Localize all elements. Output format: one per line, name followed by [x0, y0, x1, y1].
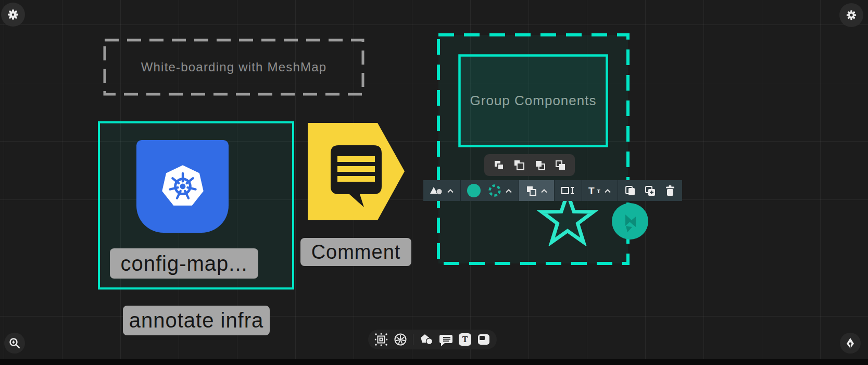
text-tool-button[interactable]: T [459, 333, 471, 346]
toolbar-action-group [618, 180, 682, 201]
dock-divider [413, 334, 413, 345]
bring-forward-button[interactable] [534, 159, 546, 171]
bring-to-front-button[interactable] [513, 159, 525, 171]
comment-pentagon [308, 123, 405, 220]
kubernetes-icon[interactable] [136, 140, 229, 233]
chevron-up-icon [540, 188, 548, 193]
note-label: White-boarding with MeshMap [103, 39, 364, 96]
layer-order-popup [484, 154, 575, 176]
send-to-back-button[interactable] [555, 159, 566, 171]
copy-icon[interactable] [624, 185, 636, 196]
meshery-menu-button[interactable] [1, 3, 25, 27]
fill-color-button[interactable] [461, 180, 487, 201]
zoom-button[interactable] [4, 333, 25, 354]
comment-shape[interactable] [308, 123, 405, 220]
stroke-style-button[interactable] [487, 180, 519, 201]
component-icon [374, 333, 388, 346]
layer-order-button[interactable] [519, 180, 554, 201]
chevron-up-icon [447, 188, 454, 193]
fill-color-swatch [467, 184, 481, 197]
text-style-icon: T [588, 186, 595, 196]
context-toolbar: T т [423, 180, 682, 201]
comment-label[interactable]: Comment [300, 238, 411, 266]
chevron-up-icon [604, 188, 611, 193]
mesh-pattern-icon [612, 203, 648, 240]
fit-size-button[interactable] [555, 180, 582, 201]
note-shape[interactable]: White-boarding with MeshMap [103, 39, 364, 96]
tool-dock: T [368, 330, 497, 349]
shapes-tool-button[interactable] [419, 333, 433, 346]
mesh-circle-node[interactable] [612, 203, 648, 240]
comment-tool-button[interactable] [439, 333, 453, 346]
send-backward-button[interactable] [493, 159, 505, 171]
annotation-label[interactable]: annotate infra [123, 306, 270, 335]
bottom-strip [0, 359, 868, 365]
kubernetes-tool-button[interactable] [394, 333, 407, 346]
gear-icon [844, 8, 859, 22]
layers-icon [525, 185, 537, 196]
group-box-label: Group Components [458, 54, 608, 147]
fit-size-icon [561, 185, 575, 196]
settings-button[interactable] [839, 3, 863, 27]
text-style-button[interactable]: T т [582, 180, 618, 201]
media-tool-button[interactable] [477, 333, 490, 346]
chevron-up-icon [505, 188, 512, 193]
shape-style-button[interactable] [423, 180, 460, 201]
group-components-box[interactable]: Group Components [458, 54, 608, 147]
dashed-circle-icon [488, 184, 501, 197]
ink-pen-button[interactable] [840, 333, 861, 354]
kubernetes-node-label[interactable]: config-map... [110, 248, 258, 279]
whiteboard-canvas[interactable]: White-boarding with MeshMap Group Compon… [0, 0, 868, 365]
zoom-icon [8, 337, 21, 349]
meshery-logo-icon [5, 7, 21, 22]
kubernetes-wheel-icon [394, 333, 407, 346]
add-to-library-icon[interactable] [644, 185, 656, 196]
kubernetes-helm-icon [152, 155, 214, 218]
text-tool-icon: T [459, 333, 471, 346]
shapes-tool-icon [419, 333, 433, 346]
delete-icon[interactable] [664, 185, 676, 196]
media-icon [477, 333, 490, 346]
comment-tool-icon [439, 333, 453, 346]
ink-pen-icon [844, 337, 857, 349]
shapes-icon [430, 186, 443, 195]
components-tool-button[interactable] [374, 333, 388, 346]
